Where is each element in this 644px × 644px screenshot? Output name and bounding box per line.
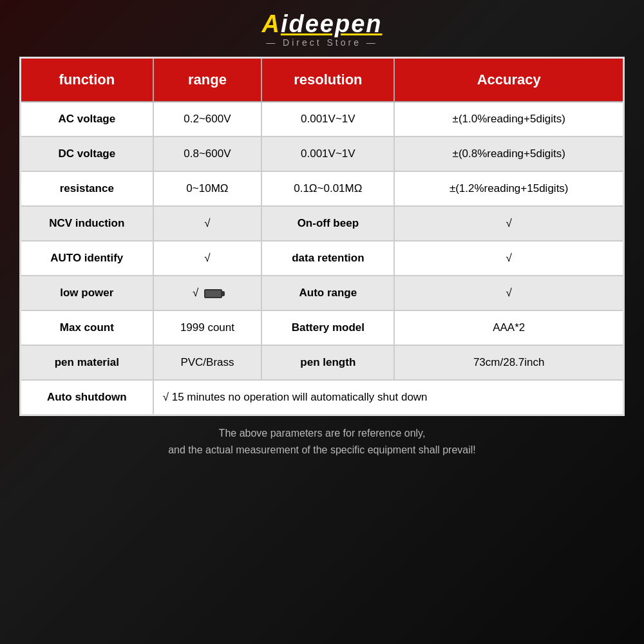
table-row: low power √ Auto range √ bbox=[21, 276, 624, 310]
main-container: Aideepen — Direct Store — function range… bbox=[19, 0, 625, 458]
cell-accuracy: √ bbox=[394, 241, 623, 276]
cell-resolution: data retention bbox=[261, 241, 394, 276]
cell-range: 1999 count bbox=[153, 310, 262, 345]
header-function: function bbox=[21, 58, 153, 102]
cell-accuracy: ±(0.8%reading+5digits) bbox=[394, 137, 623, 171]
cell-function: resistance bbox=[21, 171, 153, 206]
cell-function: AUTO identify bbox=[21, 241, 153, 276]
footer-line1: The above parameters are for reference o… bbox=[19, 425, 625, 442]
cell-span-value: √ 15 minutes no operation will automatic… bbox=[153, 380, 624, 415]
table-header-row: function range resolution Accuracy bbox=[21, 58, 624, 102]
cell-accuracy: 73cm/28.7inch bbox=[394, 345, 623, 380]
cell-resolution: Battery model bbox=[261, 310, 394, 345]
cell-function: Auto shutdown bbox=[21, 380, 153, 415]
table-row: AUTO identify √ data retention √ bbox=[21, 241, 624, 276]
table-row-span: Auto shutdown √ 15 minutes no operation … bbox=[21, 380, 624, 415]
cell-accuracy: AAA*2 bbox=[394, 310, 623, 345]
table-wrapper: function range resolution Accuracy AC vo… bbox=[19, 57, 625, 416]
cell-function: Max count bbox=[21, 310, 153, 345]
cell-accuracy: ±(1.2%reading+15digits) bbox=[394, 171, 623, 206]
cell-function: DC voltage bbox=[21, 137, 153, 171]
logo-a: A bbox=[261, 10, 280, 37]
cell-range: √ bbox=[153, 276, 262, 310]
table-row: pen material PVC/Brass pen length 73cm/2… bbox=[21, 345, 624, 380]
header-resolution: resolution bbox=[261, 58, 394, 102]
cell-accuracy: √ bbox=[394, 276, 623, 310]
brand-logo: Aideepen bbox=[261, 12, 382, 36]
footer-note: The above parameters are for reference o… bbox=[19, 425, 625, 458]
cell-resolution: Auto range bbox=[261, 276, 394, 310]
cell-function: NCV induction bbox=[21, 206, 153, 241]
cell-accuracy: √ bbox=[394, 206, 623, 241]
cell-accuracy: ±(1.0%reading+5digits) bbox=[394, 102, 623, 137]
cell-function: AC voltage bbox=[21, 102, 153, 137]
cell-range: √ bbox=[153, 241, 262, 276]
battery-icon bbox=[204, 289, 222, 298]
cell-function: pen material bbox=[21, 345, 153, 380]
cell-resolution: 0.001V~1V bbox=[261, 137, 394, 171]
cell-range: 0.2~600V bbox=[153, 102, 262, 137]
cell-range: √ bbox=[153, 206, 262, 241]
footer-line2: and the actual measurement of the specif… bbox=[19, 442, 625, 459]
cell-function: low power bbox=[21, 276, 153, 310]
table-row: Max count 1999 count Battery model AAA*2 bbox=[21, 310, 624, 345]
cell-range: 0.8~600V bbox=[153, 137, 262, 171]
logo-area: Aideepen — Direct Store — bbox=[19, 12, 625, 48]
header-accuracy: Accuracy bbox=[394, 58, 623, 102]
table-row: AC voltage 0.2~600V 0.001V~1V ±(1.0%read… bbox=[21, 102, 624, 137]
cell-resolution: 0.1Ω~0.01MΩ bbox=[261, 171, 394, 206]
spec-table: function range resolution Accuracy AC vo… bbox=[19, 57, 625, 416]
table-row: resistance 0~10MΩ 0.1Ω~0.01MΩ ±(1.2%read… bbox=[21, 171, 624, 206]
cell-range: 0~10MΩ bbox=[153, 171, 262, 206]
table-row: NCV induction √ On-off beep √ bbox=[21, 206, 624, 241]
cell-resolution: pen length bbox=[261, 345, 394, 380]
logo-ideepen: ideepen bbox=[281, 10, 383, 37]
cell-resolution: On-off beep bbox=[261, 206, 394, 241]
logo-subtitle: — Direct Store — bbox=[261, 37, 382, 48]
cell-resolution: 0.001V~1V bbox=[261, 102, 394, 137]
header-range: range bbox=[153, 58, 262, 102]
table-row: DC voltage 0.8~600V 0.001V~1V ±(0.8%read… bbox=[21, 137, 624, 171]
cell-range: PVC/Brass bbox=[153, 345, 262, 380]
